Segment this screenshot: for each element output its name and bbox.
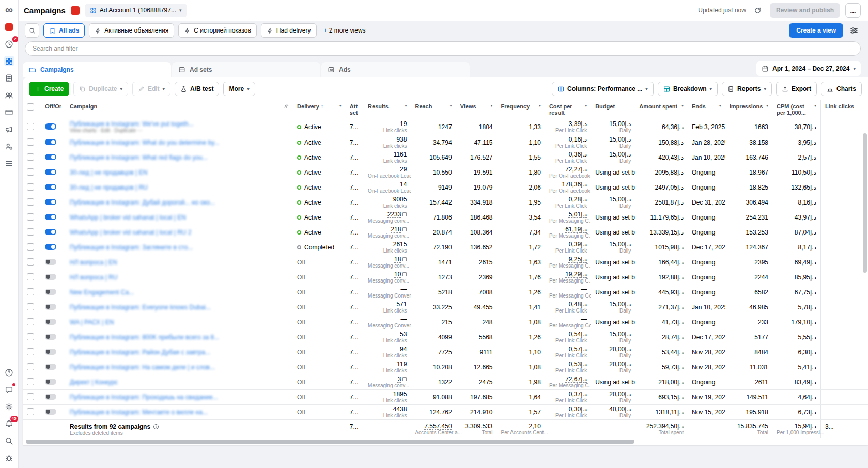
campaign-toggle[interactable] bbox=[45, 169, 56, 175]
header-amount-spent[interactable]: Amount spent▾ bbox=[635, 100, 688, 119]
more-views-button[interactable]: + 2 more views bbox=[321, 27, 369, 34]
header-budget[interactable]: Budget bbox=[591, 100, 635, 119]
reports-button[interactable]: Reports▾ bbox=[722, 82, 772, 96]
edit-button[interactable]: Edit▾ bbox=[132, 82, 171, 96]
campaign-name-link[interactable]: Директ | Конкурс bbox=[70, 379, 289, 386]
messages-icon[interactable] bbox=[4, 384, 14, 395]
help-icon[interactable] bbox=[4, 367, 14, 378]
campaign-toggle[interactable] bbox=[45, 409, 56, 415]
row-checkbox[interactable] bbox=[27, 123, 34, 130]
info-icon[interactable] bbox=[153, 424, 159, 430]
campaign-name-link[interactable]: Публикация в Instagram: What do you dete… bbox=[70, 139, 289, 146]
create-button[interactable]: Create bbox=[29, 82, 69, 96]
header-impressions[interactable]: Impressions▾ bbox=[725, 100, 772, 119]
campaign-row[interactable]: Директ | КонкурсOff7...3Messaging conv..… bbox=[23, 375, 868, 390]
ads-nav-icon[interactable] bbox=[4, 124, 14, 134]
campaign-toggle[interactable] bbox=[45, 364, 56, 370]
campaign-name-link[interactable]: WhatsApp | broker vid sahanat | local | … bbox=[70, 229, 289, 236]
billing-nav-icon[interactable] bbox=[4, 107, 14, 117]
campaign-row[interactable]: Публикация в Instagram: Район Дубая с за… bbox=[23, 345, 868, 360]
row-checkbox[interactable] bbox=[27, 213, 34, 221]
campaign-row[interactable]: НЛ вопроса | RUOff7...10Messaging conv..… bbox=[23, 270, 868, 285]
campaign-name-link[interactable]: 30-лид | не продавцов | RU bbox=[70, 184, 289, 191]
header-results[interactable]: Results▾ bbox=[364, 100, 411, 119]
campaign-toggle[interactable] bbox=[45, 319, 56, 325]
row-checkbox[interactable] bbox=[27, 378, 34, 385]
view-chip-history[interactable]: С историей показов bbox=[178, 23, 256, 38]
ad-account-selector[interactable]: Ad Account 1 (106888797... ▾ bbox=[85, 4, 187, 17]
breakdown-button[interactable]: Breakdown▾ bbox=[658, 82, 718, 96]
campaign-row[interactable]: WhatsApp | broker vid sahanat | local | … bbox=[23, 225, 868, 240]
campaign-name-link[interactable]: WA | РАСХ | EN bbox=[70, 319, 289, 326]
search-toggle-button[interactable] bbox=[25, 23, 39, 38]
recent-updates-icon[interactable]: 2 bbox=[4, 39, 14, 49]
campaign-name-link[interactable]: Публикация в Instagram: What red flags d… bbox=[70, 154, 289, 161]
view-chip-had-delivery[interactable]: Had delivery bbox=[261, 23, 317, 38]
campaign-row[interactable]: New Engagement Ca...Off7...—Messaging Co… bbox=[23, 285, 868, 300]
header-campaign[interactable]: Campaign bbox=[66, 100, 293, 119]
campaign-name-link[interactable]: Публикация в Instagram: Everyone knows D… bbox=[70, 304, 289, 311]
campaign-toggle[interactable] bbox=[45, 229, 56, 235]
campaign-toggle[interactable] bbox=[45, 244, 56, 250]
row-checkbox[interactable] bbox=[27, 258, 34, 266]
all-tools-menu-icon[interactable] bbox=[4, 158, 14, 168]
campaign-toggle[interactable] bbox=[45, 123, 56, 130]
campaign-name-link[interactable]: Публикация в Instagram: Мечтаете о вилле… bbox=[70, 409, 289, 416]
search-input[interactable] bbox=[25, 41, 861, 56]
campaign-toggle[interactable] bbox=[45, 349, 56, 355]
row-checkbox[interactable] bbox=[27, 288, 34, 295]
campaign-toggle[interactable] bbox=[45, 259, 56, 265]
pages-nav-icon[interactable] bbox=[4, 73, 14, 83]
refresh-icon[interactable] bbox=[751, 4, 765, 17]
view-chip-active-ads[interactable]: Активные объявления bbox=[89, 23, 174, 38]
campaign-name-link[interactable]: НЛ вопроса | RU bbox=[70, 274, 289, 281]
review-publish-button[interactable]: Review and publish bbox=[770, 3, 840, 18]
ad-account-avatar-icon[interactable] bbox=[4, 22, 14, 32]
campaign-toggle[interactable] bbox=[45, 184, 56, 190]
campaign-toggle[interactable] bbox=[45, 154, 56, 160]
campaign-row[interactable]: 30-лид | не продавцов | ENActive7...29On… bbox=[23, 165, 868, 180]
row-checkbox[interactable] bbox=[27, 183, 34, 191]
header-views[interactable]: Views▾ bbox=[456, 100, 497, 119]
row-checkbox[interactable] bbox=[27, 303, 34, 310]
campaign-row[interactable]: Публикация в Instagram: Загляните в сто.… bbox=[23, 240, 868, 255]
campaign-name-link[interactable]: Публикация в Instagram: Проходишь на сви… bbox=[70, 394, 289, 401]
campaign-toggle[interactable] bbox=[45, 274, 56, 280]
header-frequency[interactable]: Frequency▾ bbox=[497, 100, 545, 119]
campaign-toggle[interactable] bbox=[45, 334, 56, 340]
row-checkbox[interactable] bbox=[27, 198, 34, 206]
campaign-name-link[interactable]: Публикация в Instagram: На самом деле | … bbox=[70, 364, 289, 371]
select-all-checkbox[interactable] bbox=[27, 103, 34, 111]
campaign-toggle[interactable] bbox=[45, 379, 56, 385]
campaign-row[interactable]: WA | РАСХ | ENOff7...—Messaging Conver..… bbox=[23, 315, 868, 330]
campaign-name-link[interactable]: Публикация в Instagram: Дубай дорогой...… bbox=[70, 199, 289, 206]
notifications-bell-icon[interactable]: 45 bbox=[4, 418, 14, 429]
more-actions-button[interactable]: More▾ bbox=[223, 82, 255, 96]
campaign-row[interactable]: Публикация в Instagram: 800K прибыли все… bbox=[23, 330, 868, 345]
row-checkbox[interactable] bbox=[27, 318, 34, 325]
campaign-name-link[interactable]: New Engagement Ca... bbox=[70, 289, 289, 296]
select-all-header[interactable] bbox=[23, 100, 41, 119]
campaign-name-link[interactable]: WhatsApp | broker vid sahanat | local | … bbox=[70, 214, 289, 221]
row-quick-actions[interactable]: View charts · Edit · Duplicate ⋯ bbox=[70, 128, 289, 134]
meta-logo-icon[interactable]: ∞ bbox=[4, 5, 14, 15]
campaign-toggle[interactable] bbox=[45, 289, 56, 295]
campaign-name-link[interactable]: Публикация в Instagram: 800K прибыли все… bbox=[70, 334, 289, 341]
campaign-name-link[interactable]: Публикация в Instagram: Загляните в сто.… bbox=[70, 244, 289, 251]
campaign-name-link[interactable]: НЛ вопроса | EN bbox=[70, 259, 289, 266]
row-checkbox[interactable] bbox=[27, 243, 34, 251]
horizontal-scrollbar[interactable] bbox=[26, 440, 634, 444]
row-checkbox[interactable] bbox=[27, 348, 34, 355]
header-link-clicks[interactable]: Link clicks bbox=[820, 100, 868, 119]
campaign-toggle[interactable] bbox=[45, 139, 56, 145]
header-ends[interactable]: Ends▾ bbox=[688, 100, 725, 119]
campaign-row[interactable]: Публикация в Instagram: We've put togeth… bbox=[23, 119, 868, 135]
campaign-row[interactable]: Публикация в Instagram: What red flags d… bbox=[23, 150, 868, 165]
row-checkbox[interactable] bbox=[27, 408, 34, 415]
campaign-toggle[interactable] bbox=[45, 304, 56, 310]
tab-ad-sets[interactable]: Ad sets bbox=[172, 62, 320, 77]
campaign-row[interactable]: Публикация в Instagram: На самом деле | … bbox=[23, 360, 868, 375]
more-options-button[interactable]: ... bbox=[845, 3, 861, 18]
campaign-row[interactable]: WhatsApp | broker vid sahanat | local | … bbox=[23, 210, 868, 225]
campaign-row[interactable]: Публикация в Instagram: What do you dete… bbox=[23, 135, 868, 150]
